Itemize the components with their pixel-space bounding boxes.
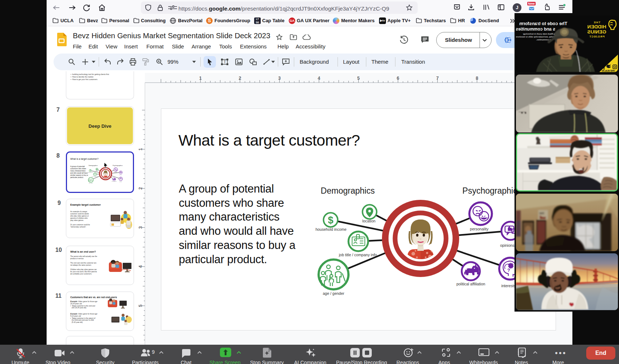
svg-text:6: 6	[397, 76, 399, 81]
svg-text:2: 2	[239, 76, 241, 81]
svg-text:household income: household income	[315, 227, 346, 232]
svg-text:7: 7	[436, 76, 439, 81]
svg-text:political affiliation: political affiliation	[456, 282, 485, 286]
svg-text:1: 1	[138, 148, 143, 150]
svg-text:5: 5	[138, 304, 143, 307]
svg-text:personality: personality	[470, 227, 489, 231]
svg-text:3: 3	[138, 226, 143, 229]
svg-text:s and communities.: s and communities.	[516, 27, 555, 32]
svg-text:d communities.: d communities.	[536, 39, 551, 41]
svg-text:2: 2	[138, 187, 143, 190]
svg-text:PROJECT: PROJECT	[589, 35, 604, 38]
svg-text:T: T	[224, 60, 226, 64]
svg-text:?: ?	[507, 268, 510, 273]
svg-text:4: 4	[318, 76, 320, 81]
svg-text:job title / company info: job title / company info	[339, 253, 377, 257]
svg-text:1: 1	[199, 76, 202, 81]
svg-text:Demographics: Demographics	[321, 186, 375, 195]
svg-text:THE: THE	[593, 21, 600, 24]
svg-text:8: 8	[476, 76, 478, 81]
svg-text:#REVEALIN: #REVEALIN	[602, 70, 615, 72]
svg-text:4: 4	[138, 265, 143, 268]
svg-text:The code to transform: The code to transform	[519, 21, 567, 26]
svg-text:GENIUS: GENIUS	[587, 29, 606, 35]
svg-text:opinions /: opinions /	[500, 243, 517, 248]
svg-text:location: location	[362, 219, 375, 223]
svg-text:3: 3	[278, 76, 281, 81]
svg-text:Psychographics: Psychographics	[462, 186, 521, 195]
svg-text:$: $	[328, 215, 333, 226]
svg-text:age / gender: age / gender	[323, 291, 344, 296]
svg-text:HIDDEN: HIDDEN	[587, 24, 606, 29]
svg-text:5: 5	[357, 76, 360, 81]
